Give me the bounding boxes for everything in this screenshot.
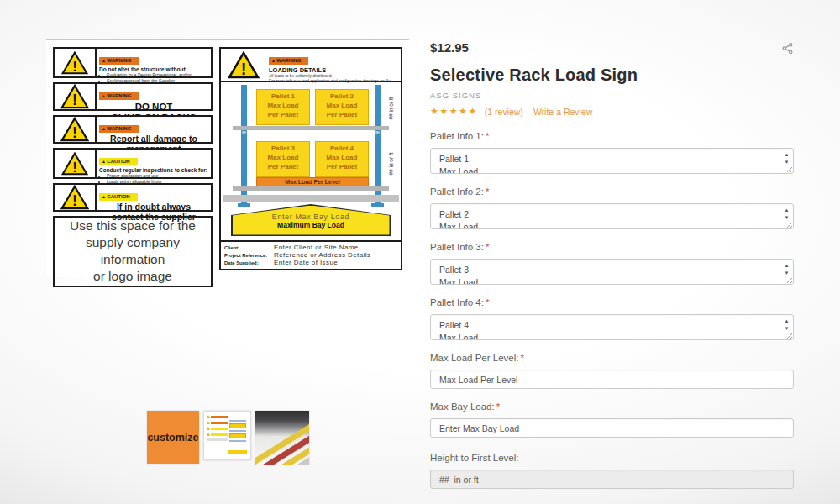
- scroll-up-arrow-icon: ▲: [785, 263, 790, 268]
- sign-footer: Client: Enter Client or Site Name Projec…: [221, 240, 401, 269]
- svg-text:!: !: [72, 192, 77, 209]
- max-bay-load-input[interactable]: [430, 418, 794, 438]
- field-label-max-bay-load: Max Bay Load:*: [430, 402, 794, 412]
- max-load-per-level-input[interactable]: [430, 370, 794, 389]
- field-label-max-load-per-level: Max Load Per Level:*: [430, 353, 794, 363]
- loading-details-title: LOADING DETAILS: [269, 66, 398, 74]
- sign-row-caution-inspections: ! CAUTION Conduct regular inspections to…: [53, 148, 213, 179]
- banner-caption: Maximum Bay Load: [233, 221, 390, 229]
- max-load-per-level-bar: Max Load Per Level: [256, 177, 369, 186]
- sign-row-contact-supplier: ! CAUTION If in doubt always contact the…: [53, 183, 213, 212]
- rack-beam-lower: [233, 186, 389, 191]
- scroll-down-arrow-icon: ▼: [785, 326, 790, 331]
- warning-triangle-icon: !: [55, 117, 97, 142]
- post-break-mark: ≈: [241, 130, 247, 135]
- sign-row-report-damage: ! WARNING Report all damage to managemen…: [53, 115, 213, 144]
- warning-triangle-icon: !: [221, 49, 266, 81]
- pallet-label-4: Pallet 4 Max Load Per Pallet: [315, 141, 369, 177]
- product-brand[interactable]: ASG SIGNS: [430, 91, 794, 100]
- scroll-up-arrow-icon: ▲: [785, 207, 790, 213]
- product-main-image[interactable]: ! WARNING Do not alter the structure wit…: [46, 39, 409, 277]
- warning-title: Do not alter the structure without:: [99, 66, 208, 72]
- banner-enter-text: Enter Max Bay Load: [233, 213, 390, 221]
- sign-row-warning-alter: ! WARNING Do not alter the structure wit…: [53, 47, 213, 78]
- sign-right-panel: ! WARNING LOADING DETAILS All loads to b…: [219, 47, 402, 270]
- review-count-link[interactable]: (1 review): [485, 107, 523, 117]
- thumbnail-printed-signs-photo[interactable]: [255, 411, 309, 465]
- warning-badge: WARNING: [99, 92, 139, 100]
- sign-row-no-climb: ! WARNING DO NOT CLIMB ON RACKS: [53, 82, 213, 111]
- pallet-label-3: Pallet 3 Max Load Per Pallet: [256, 141, 310, 177]
- height-to-first-level-input[interactable]: [430, 470, 794, 489]
- required-asterisk: *: [520, 353, 523, 363]
- footer-label-client: Client:: [224, 245, 271, 250]
- pallet-label-1: Pallet 1 Max Load Per Pallet: [256, 89, 310, 125]
- footer-label-date-supplied: Date Supplied:: [224, 260, 271, 265]
- required-asterisk: *: [496, 402, 500, 412]
- scroll-up-arrow-icon: ▲: [785, 152, 790, 157]
- caution-title: Conduct regular inspections to check for…: [99, 167, 208, 173]
- scroll-up-arrow-icon: ▲: [785, 318, 790, 323]
- caution-badge: CAUTION: [99, 193, 138, 201]
- thumbnail-strip: customize: [147, 411, 309, 465]
- warning-badge: WARNING: [99, 57, 139, 65]
- dimension-label-upper: ## in or ft: [388, 83, 396, 134]
- share-icon[interactable]: [781, 42, 794, 58]
- product-info-column: $12.95 Selective Rack Load Sign ASG SIGN…: [430, 40, 794, 489]
- field-label-pallet-info-3: Pallet Info 3:*: [430, 242, 794, 252]
- warning-triangle-icon: !: [55, 150, 97, 177]
- star-rating: ★★★★★: [430, 106, 478, 117]
- scroll-down-arrow-icon: ▼: [785, 270, 790, 276]
- required-asterisk: *: [486, 242, 489, 252]
- field-label-pallet-info-1: Pallet Info 1:*: [430, 131, 794, 141]
- product-price: $12.95: [430, 40, 469, 55]
- svg-text:!: !: [72, 92, 77, 108]
- thumbnail-sign-preview[interactable]: [203, 411, 251, 460]
- post-break-mark: ≈: [375, 130, 381, 135]
- footer-label-project-reference: Project Reference:: [224, 253, 271, 258]
- warning-triangle-icon: !: [55, 84, 97, 109]
- rack-post-right: [375, 85, 381, 203]
- scroll-down-arrow-icon: ▼: [785, 215, 790, 220]
- scroll-down-arrow-icon: ▼: [785, 160, 790, 165]
- sign-loading-details-header: ! WARNING LOADING DETAILS All loads to b…: [221, 49, 401, 82]
- dimension-label-lower: ## in or ft: [388, 139, 396, 189]
- field-label-pallet-info-4: Pallet Info 4:*: [430, 297, 794, 307]
- svg-text:!: !: [241, 59, 247, 77]
- pallet-info-2-textarea[interactable]: Pallet 2 Max Load ▲▼: [430, 203, 794, 229]
- svg-text:!: !: [72, 159, 77, 175]
- required-asterisk: *: [486, 297, 489, 307]
- warning-badge: WARNING: [99, 125, 139, 133]
- footer-value-client: Enter Client or Site Name: [274, 244, 359, 251]
- pallet-info-1-textarea[interactable]: Pallet 1 Max Load ▲▼: [430, 148, 794, 174]
- caution-badge: CAUTION: [99, 158, 138, 165]
- warning-triangle-icon: !: [55, 185, 97, 210]
- sign-logo-space: Use this space for the supply company in…: [53, 216, 213, 287]
- warning-badge: WARNING: [269, 57, 308, 65]
- sign-left-panel: ! WARNING Do not alter the structure wit…: [53, 47, 213, 270]
- required-asterisk: *: [486, 186, 489, 197]
- max-bay-load-banner: Enter Max Bay Load Maximum Bay Load: [231, 204, 391, 236]
- write-review-link[interactable]: Write a Review: [533, 107, 592, 117]
- warning-triangle-icon: !: [55, 49, 97, 76]
- field-label-height-to-first-level: Height to First Level:: [430, 453, 794, 463]
- pallet-info-4-textarea[interactable]: Pallet 4 Max Load ▲▼: [430, 314, 794, 340]
- pallet-info-3-textarea[interactable]: Pallet 3 Max Load ▲▼: [430, 259, 794, 285]
- required-asterisk: *: [486, 131, 489, 141]
- thumbnail-customize[interactable]: customize: [147, 411, 199, 464]
- footer-value-date-supplied: Enter Date of Issue: [274, 259, 338, 266]
- svg-text:!: !: [72, 58, 77, 74]
- rack-diagram: ≈ ≈ Pallet 1 Max Load Per Pallet Pallet …: [221, 82, 401, 202]
- product-page: ! WARNING Do not alter the structure wit…: [0, 0, 840, 504]
- field-label-pallet-info-2: Pallet Info 2:*: [430, 186, 794, 197]
- product-title: Selective Rack Load Sign: [430, 66, 794, 85]
- rack-floor: [223, 195, 399, 202]
- rack-post-left: [241, 85, 247, 203]
- footer-value-project-reference: Reference or Address Details: [274, 251, 370, 259]
- pallet-label-2: Pallet 2 Max Load Per Pallet: [315, 89, 369, 125]
- svg-text:!: !: [72, 124, 77, 141]
- rack-beam-upper: [233, 126, 389, 130]
